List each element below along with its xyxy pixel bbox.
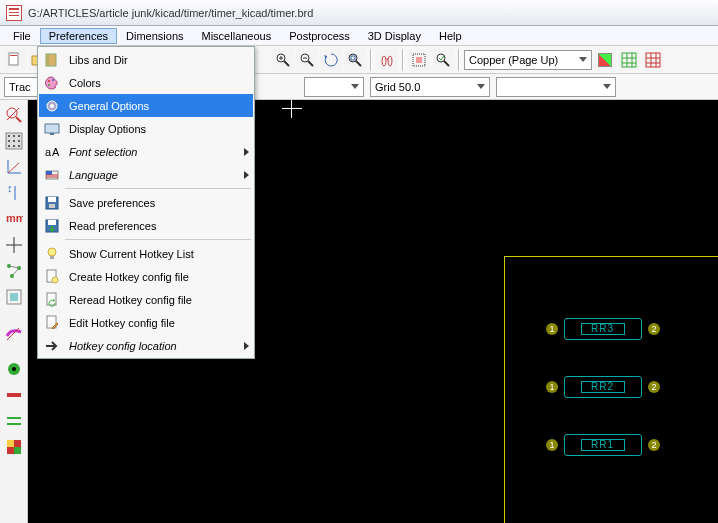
pad-2[interactable]: 2 [648, 381, 660, 393]
svg-point-69 [48, 84, 50, 86]
zoom-out-button[interactable] [296, 49, 318, 71]
separator [458, 49, 460, 71]
menuitem-libs-and-dir[interactable]: Libs and Dir [39, 48, 253, 71]
menu-preferences[interactable]: Preferences [40, 28, 117, 44]
drc-off-button[interactable] [3, 104, 25, 126]
grid-red-button[interactable] [642, 49, 664, 71]
menu-postprocess[interactable]: Postprocess [280, 28, 359, 44]
auto-delete-track-button[interactable] [3, 286, 25, 308]
menuitem-read-preferences[interactable]: Read preferences [39, 214, 253, 237]
units-mm-button[interactable]: mm [3, 208, 25, 230]
track-fill-button[interactable] [3, 410, 25, 432]
board-outline [504, 256, 718, 257]
menuitem-edit-hotkey-file[interactable]: Edit Hotkey config file [39, 311, 253, 334]
file-new-icon [43, 268, 61, 286]
menuitem-general-options[interactable]: General Options [39, 94, 253, 117]
pad-fill-button[interactable] [3, 358, 25, 380]
layer-color-button[interactable] [594, 49, 616, 71]
svg-rect-1 [10, 55, 17, 56]
svg-line-53 [12, 268, 19, 276]
svg-rect-63 [7, 440, 14, 447]
preferences-dropdown: Libs and Dir Colors General Options Disp… [37, 46, 255, 359]
menuitem-create-hotkey-file[interactable]: Create Hotkey config file [39, 265, 253, 288]
menuitem-show-hotkey-list[interactable]: Show Current Hotkey List [39, 242, 253, 265]
netlist-button[interactable] [408, 49, 430, 71]
contrast-mode-button[interactable] [3, 436, 25, 458]
svg-line-10 [356, 61, 361, 66]
component-ref: RR3 [591, 323, 614, 334]
svg-point-58 [12, 367, 16, 371]
grid-select-combo[interactable]: Grid 50.0 [370, 77, 490, 97]
pad-1[interactable]: 1 [546, 323, 558, 335]
via-size-combo[interactable] [304, 77, 364, 97]
crosshair-cursor [282, 108, 302, 109]
svg-rect-86 [50, 256, 54, 259]
cursor-shape-button[interactable] [3, 234, 25, 256]
layer-select-combo[interactable]: Copper (Page Up) [464, 50, 592, 70]
svg-rect-0 [9, 53, 18, 65]
svg-rect-24 [646, 53, 660, 67]
polar-coords-button[interactable] [3, 156, 25, 178]
arrow-right-icon [43, 337, 61, 355]
svg-point-68 [52, 79, 54, 81]
submenu-arrow-icon [244, 342, 249, 350]
component-ref: RR1 [591, 439, 614, 450]
menuitem-label: Save preferences [69, 197, 249, 209]
svg-rect-55 [10, 293, 18, 301]
menuitem-reread-hotkey-file[interactable]: Reread Hotkey config file [39, 288, 253, 311]
svg-rect-81 [48, 197, 56, 202]
zoom-select-combo[interactable] [496, 77, 616, 97]
svg-rect-64 [14, 447, 21, 454]
menuitem-label: Display Options [69, 123, 249, 135]
menuitem-font-selection[interactable]: aA Font selection [39, 140, 253, 163]
file-edit-icon [43, 314, 61, 332]
grid-select-label: Grid 50.0 [375, 81, 420, 93]
menuitem-label: Reread Hotkey config file [69, 294, 249, 306]
menu-3d-display[interactable]: 3D Display [359, 28, 430, 44]
ratsnest-button[interactable] [3, 260, 25, 282]
find-button[interactable] [376, 49, 398, 71]
svg-rect-11 [351, 56, 355, 60]
menu-miscellaneous[interactable]: Miscellaneous [193, 28, 281, 44]
menu-dimensions[interactable]: Dimensions [117, 28, 192, 44]
layer-select-label: Copper (Page Up) [469, 54, 558, 66]
show-zones-button[interactable] [3, 322, 25, 344]
zoom-redraw-button[interactable] [320, 49, 342, 71]
grid-green-button[interactable] [618, 49, 640, 71]
pad-2[interactable]: 2 [648, 439, 660, 451]
svg-rect-16 [416, 57, 422, 63]
menu-help[interactable]: Help [430, 28, 471, 44]
svg-point-39 [8, 145, 10, 147]
zoom-in-button[interactable] [272, 49, 294, 71]
drc-button[interactable] [432, 49, 454, 71]
svg-point-37 [13, 140, 15, 142]
pad-2[interactable]: 2 [648, 323, 660, 335]
svg-point-35 [18, 135, 20, 137]
new-board-button[interactable] [4, 49, 26, 71]
units-inch-button[interactable]: ↕ [3, 182, 25, 204]
menuitem-label: Libs and Dir [69, 54, 249, 66]
menuitem-label: Font selection [69, 146, 236, 158]
menuitem-label: Create Hotkey config file [69, 271, 249, 283]
menuitem-label: Read preferences [69, 220, 249, 232]
globe-icon [43, 166, 61, 184]
grid-toggle-button[interactable] [3, 130, 25, 152]
menuitem-save-preferences[interactable]: Save preferences [39, 191, 253, 214]
menuitem-language[interactable]: Language [39, 163, 253, 186]
pad-1[interactable]: 1 [546, 381, 558, 393]
svg-rect-19 [622, 53, 636, 67]
svg-text:a: a [45, 146, 52, 158]
menu-file[interactable]: File [4, 28, 40, 44]
svg-rect-82 [49, 204, 55, 208]
pad-1[interactable]: 1 [546, 439, 558, 451]
svg-point-13 [388, 56, 392, 66]
gear-icon [43, 97, 61, 115]
via-fill-button[interactable] [3, 384, 25, 406]
menuitem-hotkey-config-location[interactable]: Hotkey config location [39, 334, 253, 357]
left-toolbar: ↕ mm [0, 100, 28, 523]
menuitem-colors[interactable]: Colors [39, 71, 253, 94]
menuitem-display-options[interactable]: Display Options [39, 117, 253, 140]
zoom-fit-button[interactable] [344, 49, 366, 71]
track-width-label: Trac [9, 81, 31, 93]
svg-point-12 [382, 56, 386, 66]
